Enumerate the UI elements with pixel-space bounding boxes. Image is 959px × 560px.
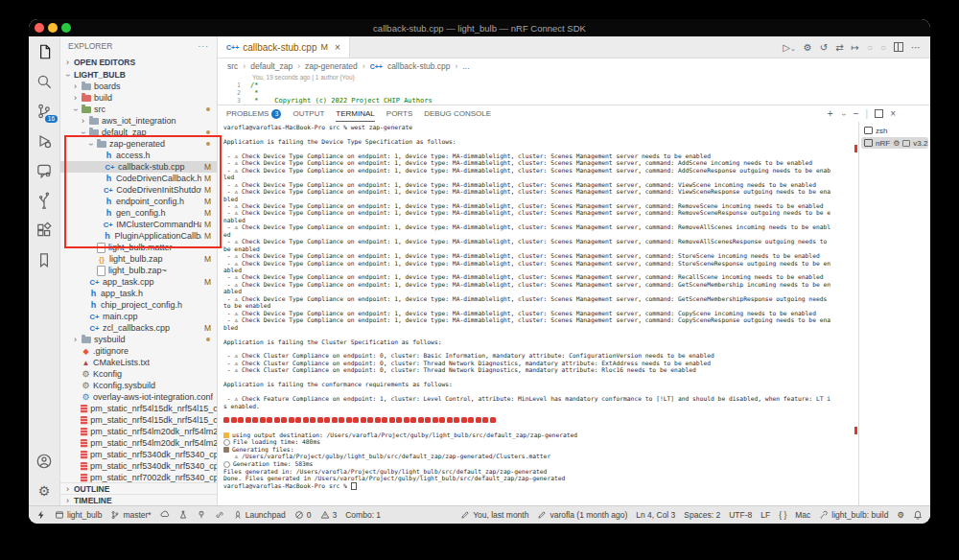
tree-item-kconfig[interactable]: ⚙Kconfig bbox=[60, 368, 217, 380]
tree-item-main-cpp[interactable]: C+main.cpp bbox=[60, 311, 217, 322]
source-control-icon[interactable]: 16 bbox=[35, 103, 53, 120]
tree-item-pm-static-nrf7002dk-nrf5340-cpua[interactable]: pm_static_nrf7002dk_nrf5340_cpua... bbox=[60, 472, 217, 482]
blame-you-item[interactable]: You, last month bbox=[460, 510, 528, 520]
run-file-button[interactable]: ▷⌄ bbox=[783, 42, 796, 53]
tree-item-pm-static-nrf54l15dk-nrf54l15-cpu[interactable]: pm_static_nrf54l15dk_nrf54l15_cpu... bbox=[60, 403, 217, 414]
workspace-root-section[interactable]: › LIGHT_BULB bbox=[60, 68, 217, 81]
errors-item[interactable]: 0 bbox=[294, 510, 312, 520]
compare-icon[interactable]: ⇄ bbox=[835, 42, 843, 53]
breadcrumb-src[interactable]: src bbox=[227, 61, 238, 71]
explorer-icon[interactable] bbox=[35, 43, 53, 60]
build-task-item[interactable]: light_bulb: build bbox=[819, 510, 888, 520]
tree-item-imclustercommandhandler[interactable]: C+IMClusterCommandHandler...M bbox=[60, 219, 217, 230]
gear-icon[interactable]: ⚙ bbox=[897, 510, 904, 520]
tree-item-sysbuild[interactable]: ›sysbuild bbox=[60, 334, 217, 345]
breadcrumb-file[interactable]: callback-stub.cpp bbox=[387, 61, 451, 71]
link-icon[interactable] bbox=[215, 510, 224, 520]
tree-item-pm-static-nrf54lm20dk-nrf54lm20a[interactable]: pm_static_nrf54lm20dk_nrf54lm20a... bbox=[60, 437, 217, 449]
split-editor-icon[interactable] bbox=[894, 42, 903, 52]
tree-item-cmakelists-txt[interactable]: ▲CMakeLists.txt bbox=[60, 357, 217, 368]
tree-item-zap-generated[interactable]: ›zap-generated bbox=[60, 138, 217, 150]
debug-probe-icon[interactable] bbox=[197, 510, 206, 520]
terminal-output[interactable]: varofla@varoflas-MacBook-Pro src % west … bbox=[218, 122, 833, 505]
tab-ports[interactable]: PORTS bbox=[386, 105, 412, 122]
breadcrumb-symbol[interactable]: ... bbox=[462, 61, 469, 71]
timeline-section[interactable]: › TIMELINE bbox=[60, 494, 217, 505]
tree-item-gen-config-h[interactable]: hgen_config.hM bbox=[60, 207, 217, 219]
tree-item-light-bulb-zap[interactable]: light_bulb.zap~ bbox=[60, 265, 217, 276]
breadcrumb-default-zap[interactable]: default_zap bbox=[250, 61, 292, 71]
chat-icon[interactable] bbox=[35, 162, 53, 179]
bookmarks-icon[interactable] bbox=[35, 251, 53, 268]
extensions-icon[interactable] bbox=[35, 222, 53, 239]
run-debug-icon[interactable] bbox=[35, 132, 53, 150]
history-icon[interactable]: ↺ bbox=[820, 42, 828, 53]
tree-item-light-bulb-matter[interactable]: light_bulb.matter bbox=[60, 242, 217, 253]
tab-problems[interactable]: PROBLEMS 3 bbox=[226, 105, 281, 122]
tree-item-pm-static-nrf54lm20dk-nrf54lm20a[interactable]: pm_static_nrf54lm20dk_nrf54lm20a... bbox=[60, 426, 217, 437]
close-tab-icon[interactable]: × bbox=[335, 42, 340, 53]
views-more-icon[interactable]: ··· bbox=[199, 41, 210, 51]
tab-output[interactable]: OUTPUT bbox=[292, 105, 324, 122]
warnings-item[interactable]: 3 bbox=[320, 510, 338, 520]
code-editor[interactable]: You, 19 seconds ago | 1 author (You) 1/*… bbox=[218, 74, 930, 105]
tree-item-endpoint-config-h[interactable]: hendpoint_config.hM bbox=[60, 196, 217, 207]
tree-item-src[interactable]: ›src bbox=[60, 104, 217, 115]
tree-item-default-zap[interactable]: ›default_zap bbox=[60, 127, 217, 138]
encoding-item[interactable]: UTF-8 bbox=[729, 510, 752, 520]
tab-debug-console[interactable]: DEBUG CONSOLE bbox=[424, 105, 491, 122]
close-window-button[interactable] bbox=[35, 23, 44, 33]
cursor-position-item[interactable]: Ln 4, Col 3 bbox=[636, 510, 675, 520]
os-item[interactable]: Mac bbox=[795, 510, 810, 520]
tree-item-light-bulb-zap[interactable]: {}light_bulb.zapM bbox=[60, 253, 217, 265]
remote-indicator-icon[interactable] bbox=[36, 510, 46, 520]
blame-author-item[interactable]: varofla (1 month ago) bbox=[537, 510, 627, 520]
minimize-window-button[interactable] bbox=[48, 23, 58, 33]
circle-icon[interactable]: ○ bbox=[880, 42, 886, 53]
circle-icon[interactable]: ○ bbox=[867, 42, 873, 53]
tree-item-codedrivencallback-h[interactable]: hCodeDrivenCallback.hM bbox=[60, 173, 217, 184]
git-branch-item[interactable]: master* bbox=[110, 510, 151, 520]
outline-section[interactable]: › OUTLINE bbox=[60, 482, 217, 494]
more-actions-icon[interactable]: ⋯ bbox=[911, 42, 921, 53]
terminal-dropdown-icon[interactable]: › bbox=[839, 111, 849, 118]
gear-icon[interactable]: ⚙ bbox=[804, 42, 812, 53]
tree-item-codedriveninitshutdown-cpp[interactable]: C+CodeDrivenInitShutdown.cppM bbox=[60, 184, 217, 196]
nrf-connect-icon[interactable] bbox=[35, 192, 53, 209]
tab-terminal[interactable]: TERMINAL bbox=[336, 105, 374, 122]
launchpad-item[interactable]: Launchpad bbox=[233, 510, 286, 520]
flask-icon[interactable] bbox=[178, 510, 188, 520]
codelens[interactable]: You, 19 seconds ago | 1 author (You) bbox=[252, 74, 930, 82]
new-terminal-icon[interactable]: + bbox=[828, 108, 833, 119]
tree-item-aws-iot-integration[interactable]: ›aws_iot_integration bbox=[60, 115, 217, 127]
search-icon[interactable] bbox=[35, 73, 53, 90]
indentation-item[interactable]: Spaces: 2 bbox=[684, 510, 720, 520]
tree-item-pm-static-nrf5340dk-nrf5340-cpua[interactable]: pm_static_nrf5340dk_nrf5340_cpua... bbox=[60, 449, 217, 460]
step-icon[interactable]: ↦ bbox=[852, 42, 859, 53]
tree-item-chip-project-config-h[interactable]: hchip_project_config.h bbox=[60, 299, 217, 311]
settings-gear-icon[interactable]: ⚙ bbox=[35, 482, 53, 500]
tree-item-zcl-callbacks-cpp[interactable]: C+zcl_callbacks.cppM bbox=[60, 322, 217, 334]
maximize-panel-icon[interactable] bbox=[875, 109, 883, 118]
terminal-item-zsh[interactable]: zsh bbox=[861, 125, 928, 136]
tree-item-callback-stub-cpp[interactable]: C+callback-stub.cppM bbox=[60, 161, 217, 173]
tree-item-app-task-h[interactable]: happ_task.h bbox=[60, 288, 217, 299]
tree-item-kconfig-sysbuild[interactable]: ⚙Kconfig.sysbuild bbox=[60, 380, 217, 391]
tab-callback-stub[interactable]: C++ callback-stub.cpp M × bbox=[218, 36, 350, 58]
sync-icon[interactable] bbox=[160, 510, 170, 520]
accounts-icon[interactable] bbox=[35, 453, 53, 470]
tree-item-boards[interactable]: ›boards bbox=[60, 81, 217, 92]
close-panel-icon[interactable]: × bbox=[890, 108, 896, 119]
notifications-bell-icon[interactable] bbox=[913, 510, 923, 520]
tree-item-gitignore[interactable]: ◆.gitignore bbox=[60, 345, 217, 357]
eol-item[interactable]: LF bbox=[760, 510, 770, 520]
breadcrumb-zap-generated[interactable]: zap-generated bbox=[305, 61, 358, 71]
language-mode-item[interactable]: { } bbox=[779, 510, 786, 520]
combo-item[interactable]: Combo: 1 bbox=[345, 510, 381, 520]
zoom-window-button[interactable] bbox=[61, 23, 71, 33]
project-status-item[interactable]: light_bulb bbox=[55, 510, 102, 520]
tree-item-build[interactable]: ›build bbox=[60, 92, 217, 104]
tree-item-overlay-aws-iot-integration-conf[interactable]: ⚙overlay-aws-iot-integration.conf bbox=[60, 391, 217, 403]
tree-item-pluginapplicationcallbacks-h[interactable]: hPluginApplicationCallbacks.hM bbox=[60, 230, 217, 242]
tree-item-pm-static-nrf5340dk-nrf5340-cpua[interactable]: pm_static_nrf5340dk_nrf5340_cpua... bbox=[60, 460, 217, 472]
